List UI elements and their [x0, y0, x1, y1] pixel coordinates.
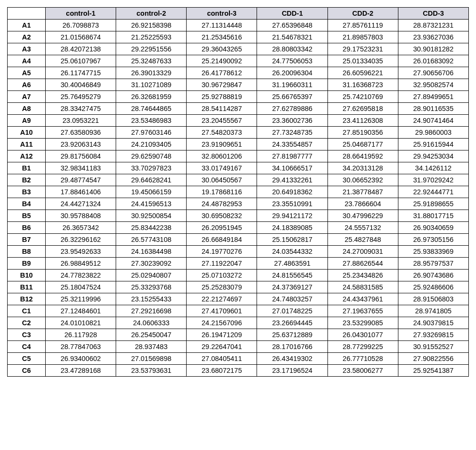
value-cell: 23.91909651 — [187, 139, 257, 150]
value-cell: 27.30239092 — [116, 258, 187, 270]
value-cell: 25.66765397 — [257, 91, 327, 103]
value-cell: 21.54678321 — [257, 31, 327, 43]
value-cell: 28.91506803 — [398, 293, 468, 305]
value-cell: 23.53793631 — [116, 365, 187, 377]
value-cell: 27.01569898 — [116, 353, 187, 365]
table-row: B229.4877454729.6462824130.0645056729.41… — [8, 174, 469, 186]
value-cell: 27.97603146 — [116, 127, 187, 139]
value-cell: 24.01010821 — [46, 317, 116, 329]
table-row: A1229.8175608429.6259074832.8060120627.8… — [8, 150, 469, 162]
value-cell: 27.19637655 — [327, 305, 398, 317]
row-label: C2 — [8, 317, 46, 329]
value-cell: 28.33427475 — [46, 103, 116, 115]
value-cell: 27.65396848 — [257, 20, 327, 31]
corner-cell — [8, 8, 46, 20]
value-cell: 26.97305156 — [398, 234, 468, 246]
value-cell: 27.12484601 — [46, 305, 116, 317]
value-cell: 25.25283079 — [187, 281, 257, 293]
value-cell: 27.81987777 — [257, 150, 327, 162]
value-cell: 30.06450567 — [187, 174, 257, 186]
value-cell: 24.41596513 — [116, 198, 187, 210]
table-row: C623.4728916823.5379363123.6807217523.17… — [8, 365, 469, 377]
value-cell: 21.25225593 — [116, 31, 187, 43]
table-row: B1024.7782382225.0294080725.0710327224.8… — [8, 270, 469, 281]
value-cell: 26.32296162 — [46, 234, 116, 246]
value-cell: 27.63580936 — [46, 127, 116, 139]
table-row: B132.9834118333.7029782333.0174916734.10… — [8, 162, 469, 174]
value-cell: 22.92444771 — [398, 186, 468, 198]
value-cell: 23.15255433 — [116, 293, 187, 305]
table-row: A328.4207213829.2295155629.3604326528.80… — [8, 43, 469, 55]
value-cell: 29.64628241 — [116, 174, 187, 186]
value-cell: 25.91615944 — [398, 139, 468, 150]
value-cell: 31.19660311 — [257, 79, 327, 91]
value-cell: 26.60596221 — [327, 67, 398, 79]
value-cell: 24.37369127 — [257, 281, 327, 293]
value-cell: 23.93627036 — [398, 31, 468, 43]
table-row: C428.7784706328.93748329.2264704128.1701… — [8, 341, 469, 353]
value-cell: 27.90822556 — [398, 353, 468, 365]
value-cell: 28.42072138 — [46, 43, 116, 55]
value-cell: 30.92500854 — [116, 210, 187, 222]
row-label: B12 — [8, 293, 46, 305]
value-cell: 25.01334035 — [327, 55, 398, 67]
value-cell: 23.92063143 — [46, 139, 116, 150]
row-label: C4 — [8, 341, 46, 353]
value-cell: 29.62590748 — [116, 150, 187, 162]
value-cell: 25.15062817 — [257, 234, 327, 246]
value-cell: 26.90340659 — [398, 222, 468, 234]
value-cell: 24.21567096 — [187, 317, 257, 329]
table-row: B424.4427132424.4159651324.4878295323.35… — [8, 198, 469, 210]
value-cell: 25.76495279 — [46, 91, 116, 103]
value-cell: 30.47996229 — [327, 210, 398, 222]
table-row: B317.8846140619.4506615919.1786811620.64… — [8, 186, 469, 198]
table-row: A725.7649527926.3268195925.9278881925.66… — [8, 91, 469, 103]
row-label: B11 — [8, 281, 46, 293]
value-cell: 24.43437961 — [327, 293, 398, 305]
value-cell: 27.01748225 — [257, 305, 327, 317]
value-cell: 21.01568674 — [46, 31, 116, 43]
table-row: A425.0610796725.3248763325.2149009224.77… — [8, 55, 469, 67]
table-row: A126.709887326.9215839827.1131444827.653… — [8, 20, 469, 31]
value-cell: 28.80803342 — [257, 43, 327, 55]
value-cell: 29.41332261 — [257, 174, 327, 186]
value-cell: 27.11314448 — [187, 20, 257, 31]
row-label: A5 — [8, 67, 46, 79]
row-label: A6 — [8, 79, 46, 91]
value-cell: 29.94121172 — [257, 210, 327, 222]
value-cell: 25.32487633 — [116, 55, 187, 67]
value-cell: 26.7098873 — [46, 20, 116, 31]
value-cell: 28.74644865 — [116, 103, 187, 115]
row-label: B10 — [8, 270, 46, 281]
value-cell: 30.91552527 — [398, 341, 468, 353]
value-cell: 24.18389085 — [257, 222, 327, 234]
value-cell: 28.66419592 — [327, 150, 398, 162]
value-cell: 23.41126308 — [327, 115, 398, 127]
value-cell: 25.06107967 — [46, 55, 116, 67]
value-cell: 23.53299085 — [327, 317, 398, 329]
row-label: C6 — [8, 365, 46, 377]
row-label: A10 — [8, 127, 46, 139]
row-label: B3 — [8, 186, 46, 198]
value-cell: 31.10271089 — [116, 79, 187, 91]
value-cell: 24.48782953 — [187, 198, 257, 210]
value-cell: 24.90741464 — [398, 115, 468, 127]
value-cell: 24.90379815 — [398, 317, 468, 329]
value-cell: 29.36043265 — [187, 43, 257, 55]
value-cell: 24.03544332 — [257, 246, 327, 258]
row-label: A4 — [8, 55, 46, 67]
value-cell: 30.90181282 — [398, 43, 468, 55]
value-cell: 29.9860003 — [398, 127, 468, 139]
table-row: A630.4004684931.1027108930.9672984731.19… — [8, 79, 469, 91]
value-cell: 25.21490092 — [187, 55, 257, 67]
value-cell: 22.21274697 — [187, 293, 257, 305]
value-cell: 20.64918362 — [257, 186, 327, 198]
value-cell: 26.04301077 — [327, 329, 398, 341]
value-cell: 27.73248735 — [257, 127, 327, 139]
row-label: C1 — [8, 305, 46, 317]
value-cell: 31.97029242 — [398, 174, 468, 186]
value-cell: 28.87321231 — [398, 20, 468, 31]
value-cell: 27.93269815 — [398, 329, 468, 341]
value-cell: 26.01683092 — [398, 55, 468, 67]
value-cell: 24.77506053 — [257, 55, 327, 67]
